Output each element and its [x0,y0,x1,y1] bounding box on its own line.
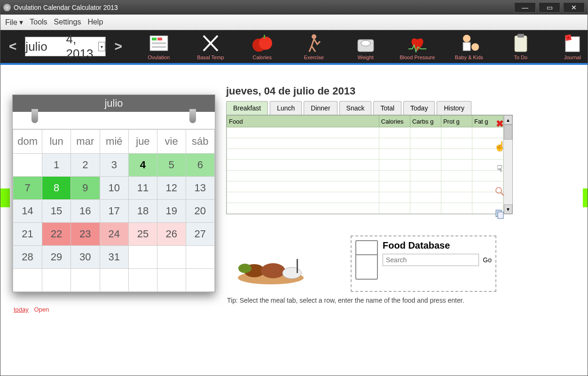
toolbar-label: To Do [514,55,527,60]
tip-text: Tip: Select the meal tab, select a row, … [227,297,464,304]
calendar-dropdown-icon[interactable]: ▾ [98,42,105,51]
calendar-day[interactable]: 3 [100,154,128,177]
calendar-day[interactable]: 14 [13,200,42,223]
calendar-day [129,269,157,292]
calendar-day[interactable]: 22 [42,223,71,246]
grid-header[interactable]: Prot g [441,116,472,127]
meal-tab-dinner[interactable]: Dinner [304,101,337,115]
food-search-go-button[interactable]: Go [483,256,492,264]
bp-icon [406,33,429,54]
meal-tab-lunch[interactable]: Lunch [270,101,302,115]
food-grid: FoodCaloriesCarbs gProt gFat g ▲ ▼ [226,115,513,214]
meal-tab-snack[interactable]: Snack [339,101,372,115]
calendar-day[interactable]: 10 [100,177,128,200]
meal-tab-breakfast[interactable]: Breakfast [226,101,268,115]
toolbar-label: Basal Temp [197,55,224,60]
svg-line-25 [501,193,504,196]
grid-header[interactable]: Food [227,116,379,127]
toolbar-label: Journal [564,55,581,60]
toolbar-ovulation-button[interactable]: Ovulation [140,33,178,60]
delete-row-icon[interactable]: ✖ [494,118,505,129]
calendar-day[interactable]: 17 [100,200,128,223]
table-row[interactable] [227,149,503,160]
maximize-button[interactable]: ▭ [539,2,560,13]
calendar-day[interactable]: 19 [157,200,186,223]
calendar-day[interactable]: 21 [13,223,42,246]
calendar-day[interactable]: 27 [186,223,215,246]
calendar-day[interactable]: 30 [71,246,100,269]
table-row[interactable] [227,127,503,138]
calendar-day[interactable]: 28 [13,246,42,269]
calendar-day[interactable]: 24 [100,223,128,246]
close-button[interactable]: ✕ [563,2,585,13]
weekday-header: mié [100,130,128,154]
menu-settings[interactable]: Settings [54,18,81,26]
right-pane: jueves, 04 de julio de 2013 BreakfastLun… [226,85,513,214]
calendar-day[interactable]: 1 [42,154,71,177]
calendar-day[interactable]: 31 [100,246,128,269]
next-date-button[interactable]: > [110,39,125,54]
search-icon[interactable] [494,186,505,197]
calendar-day[interactable]: 25 [129,223,157,246]
toolbar-bp-button[interactable]: Blood Pressure [399,33,436,60]
calendar-day[interactable]: 2 [71,154,100,177]
date-picker[interactable]: julio 4, 2013▾ [25,37,106,56]
calendar-day[interactable]: 29 [42,246,71,269]
calendar-day[interactable]: 5 [157,154,186,177]
calendar-day[interactable]: 13 [186,177,215,200]
menu-tools[interactable]: Tools [30,18,47,26]
calendar-day [13,269,42,292]
calendar-day[interactable]: 15 [42,200,71,223]
calendar-day[interactable]: 18 [129,200,157,223]
food-search-input[interactable] [383,254,479,266]
table-row[interactable] [227,192,503,203]
table-row[interactable] [227,171,503,181]
table-row[interactable] [227,181,503,192]
svg-rect-3 [152,42,166,44]
calendar-day [13,154,42,177]
calendar-day[interactable]: 4 [129,154,157,177]
calendar-day[interactable]: 16 [71,200,100,223]
minimize-button[interactable]: — [514,2,536,13]
toolbar-journal-button[interactable]: Journal [554,33,588,60]
menu-help[interactable]: Help [87,18,103,26]
calendar-day[interactable]: 6 [186,154,215,177]
calendar-day[interactable]: 23 [71,223,100,246]
grid-header[interactable]: Carbs g [410,116,441,127]
calendar-day[interactable]: 12 [157,177,186,200]
prev-date-button[interactable]: < [5,39,20,54]
calendar-day[interactable]: 26 [157,223,186,246]
table-row[interactable] [227,203,503,214]
toolbar-baby-button[interactable]: Baby & Kids [450,33,488,60]
calendar-day[interactable]: 20 [186,200,215,223]
table-row[interactable] [227,138,503,149]
hand-down-icon[interactable]: ☟ [494,163,505,174]
toolbar-label: Exercise [304,55,324,60]
meal-tab-history[interactable]: History [437,101,471,115]
toolbar-exercise-button[interactable]: Exercise [295,33,333,60]
meal-tab-today[interactable]: Today [403,101,435,115]
toolbar-basal-button[interactable]: Basal Temp [192,33,229,60]
calendar-day[interactable]: 8 [42,177,71,200]
table-row[interactable] [227,160,503,171]
grid-header[interactable]: Calories [379,116,410,127]
copy-icon[interactable] [494,208,505,219]
today-link[interactable]: today [14,306,29,313]
calendar-day [186,269,215,292]
side-accent-right [583,188,588,207]
toolbar-todo-button[interactable]: To Do [502,33,540,60]
exercise-icon [302,33,326,54]
food-table[interactable]: FoodCaloriesCarbs gProt gFat g [227,115,503,214]
calendar-day[interactable]: 11 [129,177,157,200]
menu-file[interactable]: File ▾ [5,18,23,27]
meal-tab-total[interactable]: Total [373,101,401,115]
toolbar-calories-button[interactable]: Calories [243,33,281,60]
calendar-day[interactable]: 9 [71,177,100,200]
grid-side-toolbar: ✖ ☝ ☟ [494,118,505,219]
hand-up-icon[interactable]: ☝ [494,141,505,152]
toolbar: < julio 4, 2013▾ > OvulationBasal TempCa… [0,30,588,65]
toolbar-weight-button[interactable]: Weight [347,33,384,60]
menu-bar: File ▾ Tools Settings Help [0,15,588,30]
open-link[interactable]: Open [34,306,49,313]
calendar-day[interactable]: 7 [13,177,42,200]
